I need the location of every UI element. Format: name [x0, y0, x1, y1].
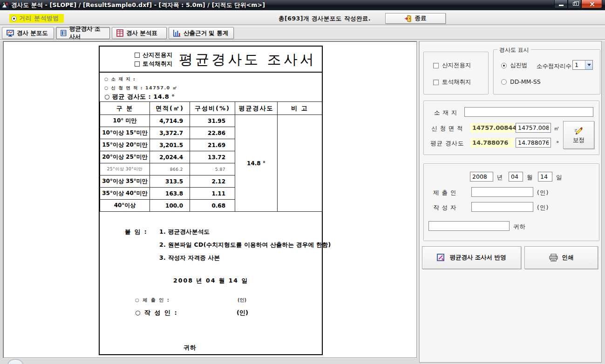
report-info-section: ○ 소 재 지 : ○ 신 청 면 적 : 14757.0 ㎡ ○ 평균 경사도… [100, 73, 322, 101]
submitter-label: 제 출 인 [433, 189, 456, 197]
close-button[interactable] [581, 0, 602, 8]
radio-decimal[interactable]: 십진법 [501, 61, 528, 69]
correct-button[interactable]: 보정 [563, 121, 594, 149]
col-header-area: 면적(㎡) [150, 102, 190, 115]
report-submitter-line: ○ 제 출 인 : [135, 297, 170, 303]
status-text: 총[693]개 경사분포도 작성완료. [279, 15, 371, 23]
report-location-line: ○ 소 재 지 : [104, 76, 136, 82]
tab-label: 평균경사 조사서 [69, 25, 105, 41]
author-input[interactable] [471, 202, 533, 212]
tabbar: 경사 분포도 평균경사 조사서 경사 분석표 산출근거 및 통계 [0, 27, 605, 40]
titlebar: 경사도 분석 - [SLOPE] / [ResultSample0.dxf] -… [0, 0, 605, 10]
report-avg-slope-line: ○ 평균 경사도 : 14.8 ° [104, 93, 175, 101]
bar-chart-icon [173, 29, 181, 37]
location-label: 소 재 지 [434, 109, 457, 117]
door-exit-icon [405, 15, 412, 22]
tab-label: 경사 분포도 [17, 29, 48, 37]
radio-unselected-icon [501, 79, 507, 85]
col-header-remark: 비 고 [278, 102, 322, 115]
tab-statistics[interactable]: 산출근거 및 통계 [169, 27, 234, 39]
attachment-item: 1. 평균경사분석도 [159, 228, 210, 236]
avg-slope-label: 평균 경사도 [430, 140, 464, 148]
radio-dms[interactable]: DD-MM-SS [501, 78, 541, 85]
window-title: 경사도 분석 - [SLOPE] / [ResultSample0.dxf] -… [11, 1, 265, 9]
report-date: 2008 년 04 월 14 일 [100, 277, 322, 285]
recipient-input[interactable] [428, 221, 510, 231]
avg-slope-input[interactable] [516, 138, 551, 148]
report-type-checkboxes: 산지전용지 토석채취지 [135, 51, 173, 68]
settings-panel: 산지전용지 토석채취지 경사도 표시 십진법 소수점자리수 1 DD-MM-SS… [419, 41, 602, 363]
area-label: 신 청 면 적 [431, 125, 463, 133]
tab-average-slope-report[interactable]: 평균경사 조사서 [56, 27, 110, 39]
remark-cell [278, 115, 322, 212]
location-input[interactable] [464, 107, 593, 117]
distance-method-radio[interactable]: 거리 분석방법 [9, 14, 64, 23]
author-label: 작 성 자 [433, 204, 456, 212]
attachment-item: 2. 원본파일 CD(수치지형도를 이용하여 산출하는 경우에 한함) [159, 241, 331, 249]
slope-display-group: 경사도 표시 십진법 소수점자리수 1 DD-MM-SS [493, 49, 600, 94]
avg-slope-readout: 14.788076 [470, 138, 514, 148]
correct-label: 보정 [573, 136, 585, 144]
author-seal-label: (인) [537, 204, 549, 212]
year-label: 년 [497, 174, 503, 182]
attachment-label: 붙 임 : [125, 228, 148, 236]
col-header-category: 구 분 [100, 102, 150, 115]
report-checkbox-mountain-label: 산지전용지 [143, 51, 173, 59]
pencil-icon [574, 126, 584, 135]
dropdown-arrow-button[interactable] [585, 61, 592, 69]
apply-report-icon [437, 254, 445, 262]
col-header-ratio: 구성비(%) [190, 102, 235, 115]
tab-slope-analysis-table[interactable]: 경사 분석표 [112, 27, 167, 39]
minimize-button[interactable] [554, 0, 568, 8]
printer-icon [549, 254, 558, 262]
restore-icon [573, 2, 577, 6]
tab-slope-distribution[interactable]: 경사 분포도 [2, 27, 54, 39]
app-icon [2, 2, 9, 8]
toolbar: 거리 분석방법 총[693]개 경사분포도 작성완료. 종료 [0, 10, 605, 25]
print-label: 인쇄 [562, 254, 574, 262]
decimal-places-dropdown[interactable]: 1 [572, 60, 593, 70]
table-row: 10° 미만 4,714.9 31.95 14.8 ° [100, 115, 322, 127]
apply-report-button[interactable]: 평균경사 조사서 반영 [422, 246, 521, 269]
month-label: 월 [527, 174, 533, 182]
minimize-icon [559, 5, 564, 6]
area-input[interactable] [516, 123, 551, 133]
checkbox-mountain[interactable]: 산지전용지 [433, 61, 471, 69]
distance-method-label: 거리 분석방법 [19, 14, 59, 22]
col-header-avg-slope: 평균경사도 [235, 102, 278, 115]
report-preview-area: 산지전용지 토석채취지 평균경사도 조사서 ○ 소 재 지 : ○ 신 청 면 … [3, 41, 417, 358]
year-input[interactable] [470, 172, 493, 182]
checkbox-quarry[interactable]: 토석채취지 [433, 78, 471, 86]
radio-selected-icon [501, 63, 507, 68]
recipient-label: 귀하 [513, 223, 526, 231]
area-readout: 14757.008449 [470, 123, 514, 133]
submitter-input[interactable] [471, 187, 533, 197]
day-label: 일 [556, 174, 563, 182]
checkbox-icon [135, 53, 140, 58]
submitter-seal-label: (인) [537, 189, 549, 197]
avg-slope-cell: 14.8 ° [235, 115, 278, 212]
window-controls [554, 0, 602, 8]
day-input[interactable] [538, 172, 552, 182]
report-header: 산지전용지 토석채취지 평균경사도 조사서 [100, 47, 322, 73]
slope-display-legend: 경사도 표시 [497, 46, 531, 54]
exit-label: 종료 [415, 14, 427, 22]
table-header-row: 구 분 면적(㎡) 구성비(%) 평균경사도 비 고 [100, 102, 322, 115]
decimal-places-label: 소수점자리수 [537, 62, 571, 70]
chevron-down-icon [587, 64, 591, 66]
area-unit: ㎡ [554, 125, 560, 133]
checkbox-icon [433, 80, 439, 85]
restore-button[interactable] [568, 0, 581, 8]
print-button[interactable]: 인쇄 [524, 246, 598, 269]
report-document: 산지전용지 토석채취지 평균경사도 조사서 ○ 소 재 지 : ○ 신 청 면 … [99, 46, 323, 355]
avg-slope-unit: ° [556, 140, 559, 147]
checkbox-icon [433, 63, 439, 68]
exit-button[interactable]: 종료 [385, 13, 446, 24]
report-author-line: ○ 작 성 인 : [135, 309, 178, 317]
decoration-circle [7, 359, 23, 364]
tab-label: 경사 분석표 [126, 29, 157, 37]
attachment-item: 3. 작성자 자격증 사본 [159, 254, 220, 262]
slope-distribution-table: 구 분 면적(㎡) 구성비(%) 평균경사도 비 고 10° 미만 4,714.… [100, 101, 322, 212]
report-grid-icon [61, 29, 67, 37]
month-input[interactable] [509, 172, 523, 182]
